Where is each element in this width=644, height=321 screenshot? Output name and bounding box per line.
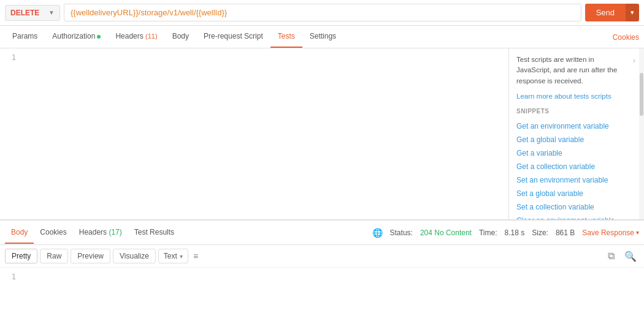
auth-dot-icon <box>97 35 101 39</box>
bottom-tab-cookies[interactable]: Cookies <box>34 222 72 244</box>
upper-section: 1 Test scripts are written in JavaScript… <box>0 48 644 220</box>
snippet-get-var[interactable]: Get a variable <box>516 146 628 160</box>
method-chevron-icon: ▼ <box>48 9 55 16</box>
snippets-panel: Test scripts are written in JavaScript, … <box>509 48 644 219</box>
size-value: 861 B <box>556 228 575 237</box>
format-visualize-button[interactable]: Visualize <box>113 249 156 263</box>
snippet-set-global-var[interactable]: Set a global variable <box>516 187 628 200</box>
editor-text-area[interactable] <box>18 48 508 219</box>
tab-body[interactable]: Body <box>165 26 196 48</box>
bottom-tab-test-results[interactable]: Test Results <box>128 222 180 244</box>
response-line-1: 1 <box>2 273 16 281</box>
headers-badge: (17) <box>109 228 121 236</box>
status-value: 204 No Content <box>420 228 472 237</box>
send-button-group: Send ▾ <box>585 4 639 21</box>
line-number-1: 1 <box>2 53 16 62</box>
editor-line-numbers: 1 <box>0 48 18 219</box>
snippet-set-collection-var[interactable]: Set a collection variable <box>516 200 628 214</box>
format-raw-button[interactable]: Raw <box>40 249 68 263</box>
snippets-toggle-icon[interactable]: › <box>633 56 635 65</box>
snippet-get-global-var[interactable]: Get a global variable <box>516 133 628 146</box>
lower-section: Body Cookies Headers (17) Test Results 🌐… <box>0 220 644 316</box>
tab-prerequest[interactable]: Pre-request Script <box>196 26 270 48</box>
send-button[interactable]: Send <box>585 4 626 21</box>
format-pretty-button[interactable]: Pretty <box>5 249 37 263</box>
nav-tabs-right: Cookies <box>613 32 639 42</box>
snippets-learn-link[interactable]: Learn more about tests scripts <box>516 93 611 100</box>
time-label: Time: <box>479 228 497 237</box>
snippet-get-env-var[interactable]: Get an environment variable <box>516 119 628 133</box>
main-content: 1 Test scripts are written in JavaScript… <box>0 48 644 316</box>
method-dropdown[interactable]: DELETE ▼ <box>5 5 60 21</box>
test-editor: 1 <box>0 48 509 219</box>
response-toolbar-right: ⧉ 🔍 <box>605 249 639 263</box>
globe-icon: 🌐 <box>372 228 383 238</box>
snippets-scrollbar-thumb <box>640 73 643 116</box>
response-content: 1 <box>0 268 644 316</box>
send-dropdown-button[interactable]: ▾ <box>626 4 639 21</box>
tab-headers[interactable]: Headers (11) <box>108 26 164 48</box>
wrap-lines-icon[interactable]: ≡ <box>191 250 201 262</box>
response-format-toolbar: Pretty Raw Preview Visualize Text ▾ ≡ ⧉ … <box>0 245 644 268</box>
bottom-tab-headers[interactable]: Headers (17) <box>73 222 128 244</box>
save-response-button[interactable]: Save Response ▾ <box>582 228 639 237</box>
tab-params[interactable]: Params <box>5 26 45 48</box>
format-preview-button[interactable]: Preview <box>71 249 110 263</box>
tab-authorization[interactable]: Authorization <box>45 26 108 48</box>
snippets-scrollbar[interactable] <box>639 48 644 219</box>
cookies-link[interactable]: Cookies <box>613 33 639 42</box>
response-line-numbers: 1 <box>0 268 18 316</box>
status-label: Status: <box>390 228 413 237</box>
bottom-tab-body[interactable]: Body <box>5 222 34 244</box>
tab-tests[interactable]: Tests <box>270 26 302 48</box>
snippets-label: SNIPPETS <box>516 108 628 115</box>
snippet-clear-env-var[interactable]: Clear an environment variable <box>516 214 628 219</box>
text-select-chevron-icon: ▾ <box>180 253 183 260</box>
save-response-chevron-icon: ▾ <box>636 229 639 236</box>
method-label: DELETE <box>10 9 39 17</box>
snippet-get-collection-var[interactable]: Get a collection variable <box>516 160 628 173</box>
copy-icon[interactable]: ⧉ <box>605 249 617 263</box>
time-value: 8.18 s <box>505 228 525 237</box>
text-type-select[interactable]: Text ▾ <box>158 249 188 263</box>
search-icon[interactable]: 🔍 <box>622 249 639 263</box>
snippet-set-env-var[interactable]: Set an environment variable <box>516 173 628 187</box>
response-tabs-bar: Body Cookies Headers (17) Test Results 🌐… <box>0 220 644 245</box>
size-label: Size: <box>532 228 548 237</box>
response-body-text[interactable] <box>18 268 644 316</box>
url-input[interactable] <box>64 4 581 21</box>
request-bar: DELETE ▼ Send ▾ <box>0 0 644 26</box>
tab-settings[interactable]: Settings <box>302 26 343 48</box>
request-tabs: Params Authorization Headers (11) Body P… <box>0 26 644 48</box>
snippets-info-text: Test scripts are written in JavaScript, … <box>516 55 628 86</box>
response-status-bar: 🌐 Status: 204 No Content Time: 8.18 s Si… <box>372 228 639 238</box>
